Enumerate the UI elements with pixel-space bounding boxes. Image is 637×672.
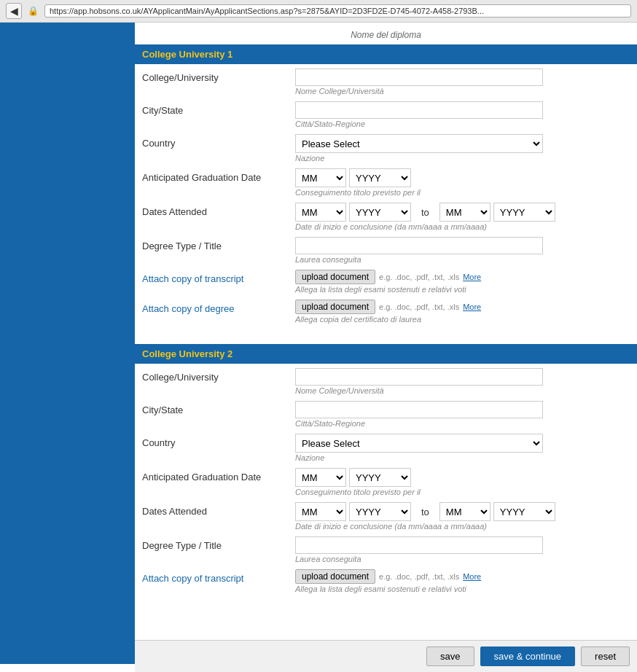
section2-country-wrap: Please Select Nazione — [295, 434, 630, 464]
url-bar[interactable]: https://app.hobsons.co.uk/AYApplicantMai… — [44, 4, 631, 17]
section1-degreecopy-label: Attach copy of degree — [142, 300, 295, 314]
section2-transcript-hint2: Allega la lista degli esami sostenuti e … — [295, 585, 630, 593]
section1-degree-row: Degree Type / Title Laurea conseguita — [142, 237, 630, 265]
section1-end-month-select[interactable]: MM — [439, 203, 491, 222]
section1-college-wrap: Nome College/Università — [295, 69, 630, 97]
section1-degree-input[interactable] — [295, 237, 543, 254]
section1-dates-wrap: MM YYYY to MM YYYY — [295, 203, 630, 233]
section2-transcript-upload-btn[interactable]: upload document — [295, 569, 375, 584]
section2-country-hint: Nazione — [295, 453, 630, 462]
section1-degreecopy-hint2: Allega copia del certificato di laurea — [295, 315, 630, 324]
section1-degreecopy-upload-btn[interactable]: upload document — [295, 300, 375, 314]
section2-end-month-select[interactable]: MM — [439, 502, 491, 521]
section1-college-label: College/University — [142, 69, 295, 83]
section1-country-wrap: Please Select Nazione — [295, 134, 630, 164]
section2-graduation-row: Anticipated Graduation Date MM YYYY Cons… — [142, 468, 630, 498]
section2-transcript-wrap: upload document e.g. .doc, .pdf, .txt, .… — [295, 569, 630, 595]
section2-country-row: Country Please Select Nazione — [142, 434, 630, 464]
main-content: Nome del diploma College University 1 Co… — [135, 23, 637, 664]
section2-end-year-select[interactable]: YYYY — [493, 502, 555, 521]
section2-grad-year-select[interactable]: YYYY — [349, 468, 411, 487]
section1-college-row: College/University Nome College/Universi… — [142, 69, 630, 97]
diploma-label: Nome del diploma — [135, 23, 637, 44]
section1-degreecopy-more-link[interactable]: More — [463, 302, 481, 311]
section2-college-label: College/University — [142, 368, 295, 383]
section2-city-input[interactable] — [295, 401, 543, 418]
section2-college-input[interactable] — [295, 368, 543, 386]
section1-city-label: City/State — [142, 101, 295, 116]
section1-to-label: to — [414, 207, 437, 218]
section1-end-year-select[interactable]: YYYY — [493, 203, 555, 222]
section1-country-row: Country Please Select Nazione — [142, 134, 630, 164]
section2-transcript-label: Attach copy of transcript — [142, 569, 295, 584]
section1-city-hint: Città/Stato-Regione — [295, 120, 630, 128]
browser-bar: ◀ 🔒 https://app.hobsons.co.uk/AYApplican… — [0, 0, 637, 23]
section2-dates-row: Dates Attended MM YYYY to MM — [142, 502, 630, 532]
section2-header: College University 2 — [135, 344, 637, 364]
section1-degreecopy-wrap: upload document e.g. .doc, .pdf, .txt, .… — [295, 300, 630, 325]
section2-to-label: to — [414, 507, 437, 517]
section1-city-input[interactable] — [295, 101, 543, 119]
section1-country-label: Country — [142, 134, 295, 149]
section1-start-month-select[interactable]: MM — [295, 203, 346, 222]
section1-graduation-row: Anticipated Graduation Date MM YYYY Cons… — [142, 168, 630, 198]
section1-dates-hint: Date di inizio e conclusione (da mm/aaaa… — [295, 222, 630, 231]
section2-city-row: City/State Città/Stato-Regione — [142, 401, 630, 429]
section2-degree-input[interactable] — [295, 536, 543, 554]
section1-dates-row: Dates Attended MM YYYY to MM — [142, 203, 630, 233]
section1-grad-month-select[interactable]: MM — [295, 168, 346, 187]
section1-college-input[interactable] — [295, 69, 543, 86]
section2-dates-label: Dates Attended — [142, 502, 295, 517]
lock-icon: 🔒 — [28, 6, 39, 16]
section2-graduation-hint: Conseguimento titolo previsto per il — [295, 488, 630, 496]
section1-transcript-label: Attach copy of transcript — [142, 270, 295, 284]
section1-graduation-wrap: MM YYYY Conseguimento titolo previsto pe… — [295, 168, 630, 198]
section2-degree-hint: Laurea conseguita — [295, 555, 630, 563]
section1-transcript-hint2: Allega la lista degli esami sostenuti e … — [295, 285, 630, 294]
section2-dates-wrap: MM YYYY to MM YYYY — [295, 502, 630, 532]
section2-grad-month-select[interactable]: MM — [295, 468, 346, 487]
section1-transcript-upload-btn[interactable]: upload document — [295, 270, 375, 284]
section1-header: College University 1 — [135, 44, 637, 64]
section1-transcript-hint: e.g. .doc, .pdf, .txt, .xls — [379, 273, 459, 281]
section2-transcript-more-link[interactable]: More — [463, 572, 481, 581]
section1-grad-year-select[interactable]: YYYY — [349, 168, 411, 187]
section1-graduation-hint: Conseguimento titolo previsto per il — [295, 188, 630, 197]
section1-degreecopy-hint: e.g. .doc, .pdf, .txt, .xls — [379, 302, 459, 311]
section2-country-select[interactable]: Please Select — [295, 434, 543, 453]
section2: College University 2 College/University … — [135, 344, 637, 606]
section1-transcript-more-link[interactable]: More — [463, 273, 481, 281]
section2-graduation-label: Anticipated Graduation Date — [142, 468, 295, 482]
section1-college-hint: Nome College/Università — [295, 87, 630, 95]
section1-transcript-row: Attach copy of transcript upload documen… — [142, 270, 630, 295]
section1-city-wrap: Città/Stato-Regione — [295, 101, 630, 130]
section1-degree-wrap: Laurea conseguita — [295, 237, 630, 265]
section2-start-year-select[interactable]: YYYY — [349, 502, 411, 521]
section2-city-wrap: Città/Stato-Regione — [295, 401, 630, 429]
section1-dates-label: Dates Attended — [142, 203, 295, 217]
section1-degree-label: Degree Type / Title — [142, 237, 295, 251]
section1: College University 1 College/University … — [135, 44, 637, 337]
section1-country-select[interactable]: Please Select — [295, 134, 543, 153]
section2-college-row: College/University Nome College/Universi… — [142, 368, 630, 396]
section1-degreecopy-row: Attach copy of degree upload document e.… — [142, 300, 630, 325]
section2-degree-label: Degree Type / Title — [142, 536, 295, 551]
sidebar — [0, 23, 135, 664]
section1-transcript-wrap: upload document e.g. .doc, .pdf, .txt, .… — [295, 270, 630, 295]
save-continue-button[interactable]: save & continue — [480, 646, 576, 664]
section2-college-wrap: Nome College/Università — [295, 368, 630, 396]
section1-city-row: City/State Città/Stato-Regione — [142, 101, 630, 130]
section1-degree-hint: Laurea conseguita — [295, 255, 630, 264]
section2-college-hint: Nome College/Università — [295, 386, 630, 395]
section1-graduation-label: Anticipated Graduation Date — [142, 168, 295, 183]
reset-button[interactable]: reset — [581, 646, 630, 664]
section2-graduation-wrap: MM YYYY Conseguimento titolo previsto pe… — [295, 468, 630, 498]
section2-transcript-hint: e.g. .doc, .pdf, .txt, .xls — [379, 572, 459, 581]
section1-country-hint: Nazione — [295, 154, 630, 163]
save-button[interactable]: save — [426, 646, 474, 664]
section2-start-month-select[interactable]: MM — [295, 502, 346, 521]
section2-degree-row: Degree Type / Title Laurea conseguita — [142, 536, 630, 565]
back-button[interactable]: ◀ — [6, 3, 22, 19]
section2-degree-wrap: Laurea conseguita — [295, 536, 630, 565]
section1-start-year-select[interactable]: YYYY — [349, 203, 411, 222]
